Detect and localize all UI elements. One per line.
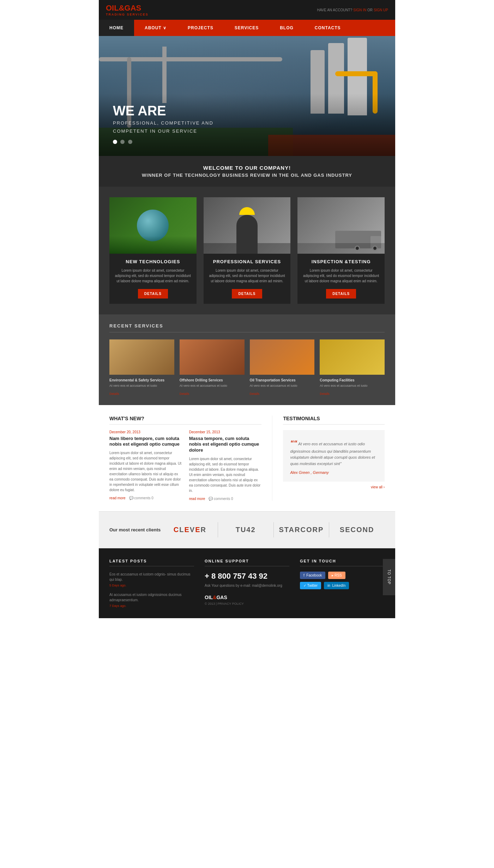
feature-card-2: PROFESSIONAL SERVICES Lorem ipsum dolor … (204, 197, 291, 304)
dot-3[interactable] (128, 140, 132, 144)
feature-desc-1: Lorem ipsum dolor sit amet, consectetur … (115, 268, 191, 284)
logo: OIL&GAS TRADING SERVICES (106, 4, 149, 16)
to-top-button[interactable]: TO TOP (383, 559, 395, 595)
social-row: f Facebook ▸ RSS (300, 572, 385, 579)
hero-overlay: WE ARE PROFESSIONAL, COMPETITIVE AND COM… (99, 94, 395, 156)
yellow-pipe (335, 71, 378, 76)
testimonial-author: Alex Green , Germany (290, 470, 378, 475)
feature-btn-3[interactable]: Details (326, 289, 356, 299)
facebook-link[interactable]: f Facebook (300, 572, 325, 579)
hero-title: WE ARE (113, 104, 381, 117)
dot-2[interactable] (120, 140, 125, 144)
linkedin-link[interactable]: in LinkedIn (324, 582, 349, 589)
service-item-0: Environmental & Safety Services At vero … (109, 339, 174, 396)
account-area: HAVE AN ACCOUNT? SIGN IN OR SIGN UP (317, 8, 388, 12)
get-in-touch-title: GET IN TOUCH (300, 559, 385, 566)
dot-1[interactable] (113, 140, 117, 144)
post-text-0: Eos et accusamus et iustom odgnis- simus… (109, 572, 194, 582)
news-item-1: December 15, 2013 Massa tempore, cum sol… (189, 430, 262, 501)
client-logo-1: TU42 (218, 522, 274, 537)
email-info: Ask Your questions by e-mail: mail@demol… (205, 584, 289, 587)
phone-number: + 8 800 757 43 92 (205, 572, 289, 581)
service-link-3[interactable]: Details (320, 392, 330, 396)
feature-card-3: INSPECTION &TESTING Lorem ipsum dolor si… (297, 197, 385, 304)
footer-get-in-touch: GET IN TOUCH f Facebook ▸ RSS ✓ Twitter … (300, 559, 385, 608)
nav-blog[interactable]: BLOG (269, 20, 304, 36)
post-date-1: 7 Days ago. (109, 604, 194, 608)
sign-up-link[interactable]: SIGN UP (374, 8, 388, 12)
nav-contacts[interactable]: CONTACTS (304, 20, 351, 36)
news-actions-0: read more 💬 comments 0 (109, 496, 182, 500)
services-grid: Environmental & Safety Services At vero … (109, 339, 385, 396)
service-item-2: Oil Transportation Services At vero eos … (250, 339, 315, 396)
testimonial-box: At vero eos et accusamus et iusto odio d… (283, 430, 385, 482)
online-support-title: ONLINE SUPPORT (205, 559, 289, 566)
testimonials-section: TESTIMONIALS At vero eos et accusamus et… (272, 416, 385, 501)
logo-amp: & (119, 4, 125, 12)
read-more-0[interactable]: read more (109, 496, 126, 500)
service-img-oil (250, 339, 315, 375)
recent-services-section: RECENT SERVICES Environmental & Safety S… (99, 314, 395, 405)
client-logo-0: CLEVER (162, 522, 218, 537)
img-gradient-3 (297, 243, 385, 254)
comments-0: 💬 comments 0 (129, 496, 153, 500)
service-img-env (109, 339, 174, 375)
post-text-1: At accusamus et iustom odgnissimos ducim… (109, 592, 194, 603)
feature-btn-1[interactable]: Details (138, 289, 168, 299)
clients-label: Our most recent clients (109, 527, 162, 532)
feature-body-3: INSPECTION &TESTING Lorem ipsum dolor si… (297, 254, 385, 304)
feature-body-2: PROFESSIONAL SERVICES Lorem ipsum dolor … (204, 254, 291, 304)
whats-new-title: WHAT'S NEW? (109, 416, 261, 425)
welcome-line2: WINNER OF THE TECHNOLOGY BUSINESS REVIEW… (113, 173, 381, 178)
nav-services[interactable]: SERVICES (224, 20, 269, 36)
client-logo-2: STARCORP (274, 522, 330, 537)
footer-online-support: ONLINE SUPPORT + 8 800 757 43 92 Ask You… (205, 559, 289, 608)
service-desc-2: At vero eos et accusamus et iusto (250, 384, 315, 388)
news-body-0: Lorem ipsum dolor sit amet, consectetur … (109, 450, 182, 493)
footer: LATEST POSTS Eos et accusamus et iustom … (99, 548, 395, 618)
service-item-3: Computing Facilities At vero eos et accu… (320, 339, 385, 396)
service-name-0: Environmental & Safety Services (109, 378, 174, 382)
feature-card-1: NEW TECHNOLOGIES Lorem ipsum dolor sit a… (109, 197, 197, 304)
pipe-deco-1 (99, 57, 282, 61)
hero-subtitle: PROFESSIONAL, COMPETITIVE AND (113, 120, 381, 126)
feature-body-1: NEW TECHNOLOGIES Lorem ipsum dolor sit a… (109, 254, 197, 304)
features-section: NEW TECHNOLOGIES Lorem ipsum dolor sit a… (99, 187, 395, 314)
twitter-link[interactable]: ✓ Twitter (300, 582, 321, 589)
rss-link[interactable]: ▸ RSS (328, 572, 345, 579)
feature-img-3 (297, 197, 385, 254)
welcome-section: WELCOME TO OUR COMPANY! WINNER OF THE TE… (99, 156, 395, 187)
client-logo-3: SECOND (329, 522, 385, 537)
service-link-1[interactable]: Details (180, 392, 189, 396)
footer-logo: OIL&GAS (205, 595, 289, 600)
comments-1: 💬 comments 0 (209, 497, 233, 501)
view-all-link[interactable]: view all › (283, 485, 385, 489)
logo-text: OIL&GAS (106, 4, 141, 12)
nav-home[interactable]: HOME (99, 20, 134, 36)
service-link-0[interactable]: Details (109, 392, 119, 396)
testimonials-title: TESTIMONIALS (283, 416, 385, 425)
news-date-1: December 15, 2013 (189, 430, 262, 434)
feature-btn-2[interactable]: Details (232, 289, 262, 299)
recent-services-title: RECENT SERVICES (109, 323, 385, 332)
worker-body (236, 215, 258, 254)
sign-in-link[interactable]: SIGN IN (353, 8, 366, 12)
service-link-2[interactable]: Details (250, 392, 260, 396)
news-grid: December 20, 2013 Nam libero tempore, cu… (109, 430, 261, 501)
feature-desc-3: Lorem ipsum dolor sit amet, consectetur … (303, 268, 379, 284)
feature-title-3: INSPECTION &TESTING (303, 259, 379, 264)
nav-about[interactable]: ABOUT ∨ (134, 20, 177, 36)
news-headline-1: Massa tempore, cum soluta nobis est elig… (189, 436, 262, 454)
main-nav: HOME ABOUT ∨ PROJECTS SERVICES BLOG CONT… (99, 20, 395, 36)
hero-dots (113, 139, 381, 145)
hero-subtitle2: COMPETENT IN OUR SERVICE (113, 128, 381, 134)
social-row-2: ✓ Twitter in LinkedIn (300, 582, 385, 589)
nav-projects[interactable]: PROJECTS (177, 20, 224, 36)
whats-new-section: WHAT'S NEW? December 20, 2013 Nam libero… (109, 416, 272, 501)
feature-title-1: NEW TECHNOLOGIES (115, 259, 191, 264)
news-date-0: December 20, 2013 (109, 430, 182, 434)
read-more-1[interactable]: read more (189, 497, 205, 501)
feature-desc-2: Lorem ipsum dolor sit amet, consectetur … (209, 268, 285, 284)
post-item-1: At accusamus et iustom odgnissimos ducim… (109, 592, 194, 608)
news-body-1: Lorem ipsum dolor sit amet, consectetur … (189, 456, 262, 493)
